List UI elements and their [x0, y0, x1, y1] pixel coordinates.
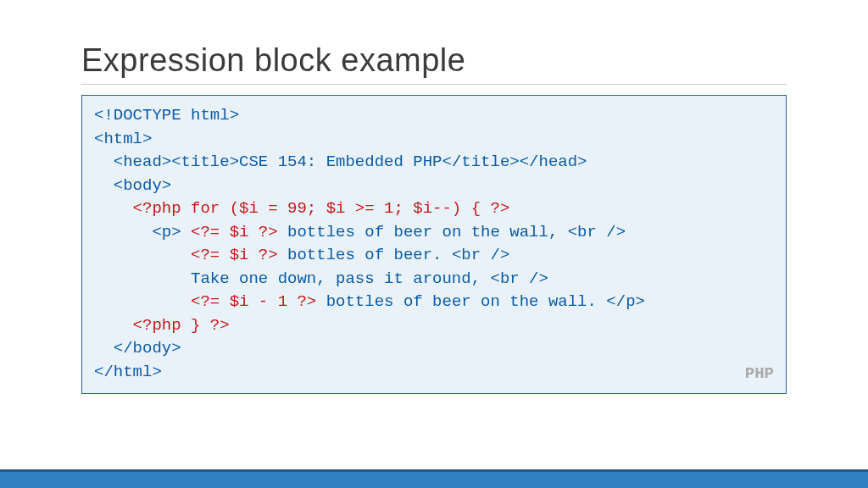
code-text: CSE 154: Embedded PHP: [239, 152, 442, 171]
code-line: [94, 292, 191, 311]
slide-title: Expression block example: [81, 42, 787, 79]
code-line: <!DOCTYPE html>: [94, 106, 239, 125]
code-php-expr: <?= $i - 1 ?>: [191, 292, 316, 311]
title-divider: [81, 84, 787, 85]
code-line: </html>: [94, 363, 162, 381]
code-line: bottles of beer on the wall. </p>: [316, 292, 645, 311]
slide: Expression block example <!DOCTYPE html>…: [0, 0, 868, 488]
language-badge: PHP: [745, 363, 774, 386]
code-line: bottles of beer. <br />: [278, 246, 510, 264]
code-line-php: <?php for ($i = 99; $i >= 1; $i--) { ?>: [94, 199, 509, 218]
code-line: bottles of beer on the wall, <br />: [278, 223, 626, 241]
code-line: <p>: [94, 223, 191, 241]
code-line-php: <?php } ?>: [94, 316, 230, 335]
code-line: </title></head>: [442, 152, 587, 171]
code-line: Take one down, pass it around, <br />: [94, 269, 548, 288]
code-block: <!DOCTYPE html> <html> <head><title>CSE …: [81, 95, 787, 394]
code-line: <body>: [94, 176, 171, 195]
code-php-expr: <?= $i ?>: [191, 246, 278, 264]
code-line: <html>: [94, 130, 152, 148]
code-line: </body>: [94, 339, 181, 358]
code-php-expr: <?= $i ?>: [191, 223, 278, 241]
code-line: <head><title>: [94, 152, 239, 171]
footer-bar: [0, 469, 868, 488]
code-line: [94, 246, 191, 264]
